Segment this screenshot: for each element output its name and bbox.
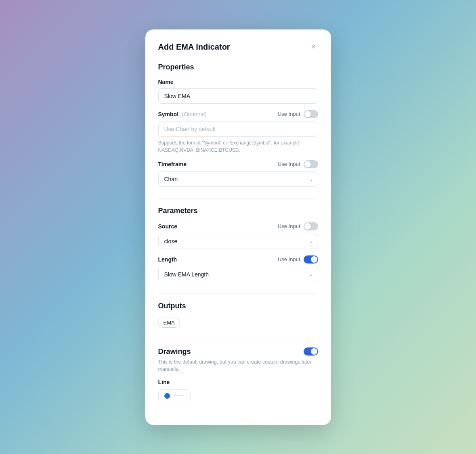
add-ema-modal: Add EMA Indicator × Properties Name Symb… [145, 29, 331, 425]
length-select[interactable]: Slow EMA Length [158, 267, 318, 282]
name-label: Name [158, 79, 174, 85]
symbol-optional-label: (Optional) [182, 111, 207, 117]
timeframe-use-input-toggle[interactable] [304, 160, 318, 168]
line-preview[interactable] [158, 389, 191, 402]
drawings-title: Drawings [158, 347, 191, 356]
modal-title: Add EMA Indicator [158, 42, 230, 52]
ema-badge: EMA [158, 318, 180, 328]
name-label-row: Name [158, 79, 318, 85]
timeframe-label-row: Timeframe Use Input [158, 160, 318, 168]
symbol-use-input-toggle[interactable] [304, 110, 318, 118]
length-use-input-label: Use Input [278, 256, 300, 262]
outputs-title: Outputs [158, 302, 318, 310]
close-button[interactable]: × [309, 42, 318, 51]
drawings-description: This is the default drawing, but you can… [158, 358, 318, 374]
properties-section: Properties Name Symbol (Optional) Use In… [158, 63, 318, 187]
properties-title: Properties [158, 63, 318, 71]
divider-3 [158, 339, 318, 339]
timeframe-field-group: Timeframe Use Input Chart 1m 5m 15m 1h 4… [158, 160, 318, 187]
parameters-title: Parameters [158, 207, 318, 215]
source-select[interactable]: close open high low hl2 hlc3 ohlc4 [158, 234, 318, 249]
timeframe-use-input-label: Use Input [278, 161, 300, 167]
name-input[interactable] [158, 88, 318, 104]
length-toggle-slider [304, 255, 318, 264]
length-use-input-toggle[interactable] [304, 255, 318, 264]
source-label: Source [158, 223, 177, 230]
parameters-section: Parameters Source Use Input close open h… [158, 207, 318, 282]
source-use-input-label: Use Input [278, 223, 300, 229]
outputs-section: Outputs EMA [158, 302, 318, 328]
drawings-header: Drawings [158, 347, 318, 356]
symbol-use-input-row: Use Input [278, 110, 318, 118]
length-field-group: Length Use Input Slow EMA Length ⌄ [158, 255, 318, 282]
timeframe-select[interactable]: Chart 1m 5m 15m 1h 4h 1D 1W [158, 172, 318, 187]
length-label-row: Length Use Input [158, 255, 318, 264]
timeframe-toggle-slider [304, 160, 318, 168]
source-use-input-row: Use Input [278, 222, 318, 230]
line-color-dot [164, 393, 170, 399]
timeframe-use-input-row: Use Input [278, 160, 318, 168]
timeframe-select-wrapper: Chart 1m 5m 15m 1h 4h 1D 1W ⌄ [158, 172, 318, 187]
divider-2 [158, 293, 318, 294]
symbol-field-group: Symbol (Optional) Use Input Supports the… [158, 110, 318, 154]
length-label: Length [158, 256, 177, 263]
drawings-section: Drawings This is the default drawing, bu… [158, 347, 318, 403]
source-select-wrapper: close open high low hl2 hlc3 ohlc4 ⌄ [158, 234, 318, 249]
line-label: Line [158, 379, 318, 385]
source-label-row: Source Use Input [158, 222, 318, 230]
symbol-hint: Supports the format "Symbol" or "Exchang… [158, 139, 318, 154]
divider-1 [158, 198, 318, 199]
source-field-group: Source Use Input close open high low hl2 [158, 222, 318, 249]
source-use-input-toggle[interactable] [304, 222, 318, 230]
source-toggle-slider [304, 222, 318, 230]
symbol-use-input-label: Use Input [278, 111, 300, 117]
drawings-toggle[interactable] [304, 347, 318, 356]
line-dash-preview [173, 395, 185, 396]
length-use-input-row: Use Input [278, 255, 318, 264]
symbol-label: Symbol [158, 111, 179, 117]
timeframe-label: Timeframe [158, 161, 187, 167]
length-select-wrapper: Slow EMA Length ⌄ [158, 267, 318, 282]
symbol-label-row: Symbol (Optional) Use Input [158, 110, 318, 118]
drawings-toggle-slider [304, 347, 318, 356]
modal-header: Add EMA Indicator × [158, 42, 318, 52]
symbol-label-group: Symbol (Optional) [158, 111, 207, 118]
symbol-toggle-slider [304, 110, 318, 118]
symbol-input[interactable] [158, 121, 318, 137]
name-field-group: Name [158, 79, 318, 104]
